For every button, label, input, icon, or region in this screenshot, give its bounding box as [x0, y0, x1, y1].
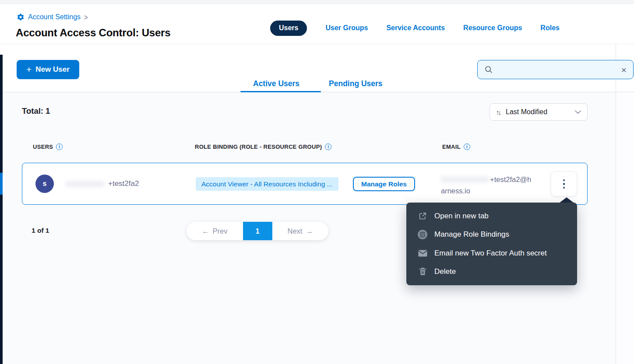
manage-roles-button[interactable]: Manage Roles	[353, 177, 415, 191]
menu-item-delete[interactable]: Delete	[406, 262, 577, 281]
next-arrow-icon: →	[306, 227, 313, 235]
nav-tab-resource-groups[interactable]: Resource Groups	[463, 24, 522, 32]
nav-tab-user-groups[interactable]: User Groups	[325, 24, 368, 32]
info-icon[interactable]: i	[325, 144, 331, 150]
sort-icon: ↑↓	[496, 108, 501, 116]
menu-item-open-in-new-tab[interactable]: Open in new tab	[406, 207, 577, 225]
tab-pending-users[interactable]: Pending Users	[316, 77, 395, 91]
envelope-icon	[417, 250, 428, 257]
info-icon[interactable]: i	[56, 144, 63, 150]
sort-dropdown-value: Last Modified	[506, 108, 571, 116]
right-gutter	[616, 93, 634, 364]
trash-icon	[417, 267, 428, 276]
user-email: +test2fa2@h arness.io	[441, 174, 548, 196]
top-strip	[0, 0, 634, 4]
email-line-1: +test2fa2@h	[490, 174, 531, 185]
nav-tab-service-accounts[interactable]: Service Accounts	[386, 24, 445, 32]
account-access-control-page: Account Settings > Account Access Contro…	[0, 0, 634, 364]
nav-tab-users[interactable]: Users	[270, 21, 307, 36]
redacted-email-blur	[441, 177, 489, 182]
column-header-email: EMAIL i	[442, 144, 470, 150]
new-user-button[interactable]: + New User	[17, 60, 79, 79]
breadcrumb-link[interactable]: Account Settings	[28, 13, 81, 21]
chevron-down-icon	[575, 110, 581, 114]
more-options-button[interactable]	[551, 172, 577, 196]
column-header-label: ROLE BINDING (ROLE - RESOURCE GROUP)	[195, 144, 322, 150]
search-input[interactable]	[497, 66, 617, 74]
context-menu: Open in new tab Manage Role Bindings Ema…	[406, 203, 577, 285]
search-box[interactable]: ×	[477, 60, 634, 79]
tab-active-users[interactable]: Active Users	[240, 77, 312, 91]
prev-arrow-icon: ←	[202, 227, 209, 235]
more-options-icon	[563, 179, 565, 189]
pagination: ← Prev 1 Next →	[187, 222, 328, 240]
avatar: s	[35, 175, 54, 193]
menu-item-label: Manage Role Bindings	[434, 230, 509, 239]
breadcrumb[interactable]: Account Settings >	[17, 13, 88, 21]
search-icon	[484, 65, 493, 74]
plus-icon: +	[26, 65, 32, 74]
column-header-label: USERS	[33, 144, 53, 150]
current-page-button[interactable]: 1	[243, 222, 272, 240]
top-nav: Users User Groups Service Accounts Resou…	[270, 20, 560, 36]
prev-label: Prev	[213, 227, 228, 235]
left-edge-active-indicator	[0, 173, 3, 195]
left-edge-strip	[0, 55, 3, 364]
role-binding-tag: Account Viewer - All Resources Including…	[196, 177, 338, 191]
menu-item-label: Email new Two Factor Auth secret	[434, 249, 547, 258]
menu-item-manage-role-bindings[interactable]: Manage Role Bindings	[406, 225, 577, 244]
active-tab-underline	[240, 91, 321, 92]
next-label: Next	[288, 227, 303, 235]
menu-item-email-2fa-secret[interactable]: Email new Two Factor Auth secret	[406, 244, 577, 262]
redacted-name-blur	[66, 181, 104, 187]
prev-page-button[interactable]: ← Prev	[187, 222, 243, 240]
page-title: Account Access Control: Users	[16, 27, 170, 39]
column-header-label: EMAIL	[442, 144, 461, 150]
breadcrumb-separator: >	[84, 13, 88, 21]
external-link-icon	[417, 212, 428, 220]
column-header-role-binding: ROLE BINDING (ROLE - RESOURCE GROUP) i	[195, 144, 331, 150]
user-name: +test2fa2	[108, 179, 139, 188]
sort-dropdown[interactable]: ↑↓ Last Modified	[490, 103, 588, 121]
page-header: Account Settings > Account Access Contro…	[0, 4, 634, 44]
next-page-button[interactable]: Next →	[272, 222, 329, 240]
gear-icon	[17, 13, 25, 21]
clear-search-icon[interactable]: ×	[621, 65, 627, 74]
role-bindings-icon	[417, 230, 428, 239]
nav-tab-roles[interactable]: Roles	[540, 24, 560, 32]
info-icon[interactable]: i	[464, 144, 470, 150]
column-header-users: USERS i	[33, 144, 63, 150]
menu-item-label: Delete	[434, 267, 456, 276]
user-state-tabs: Active Users Pending Users	[240, 77, 395, 91]
new-user-button-label: New User	[35, 65, 69, 74]
total-count: Total: 1	[22, 106, 50, 116]
email-line-2: arness.io	[441, 185, 548, 196]
page-info: 1 of 1	[32, 227, 49, 234]
menu-item-label: Open in new tab	[434, 212, 489, 220]
